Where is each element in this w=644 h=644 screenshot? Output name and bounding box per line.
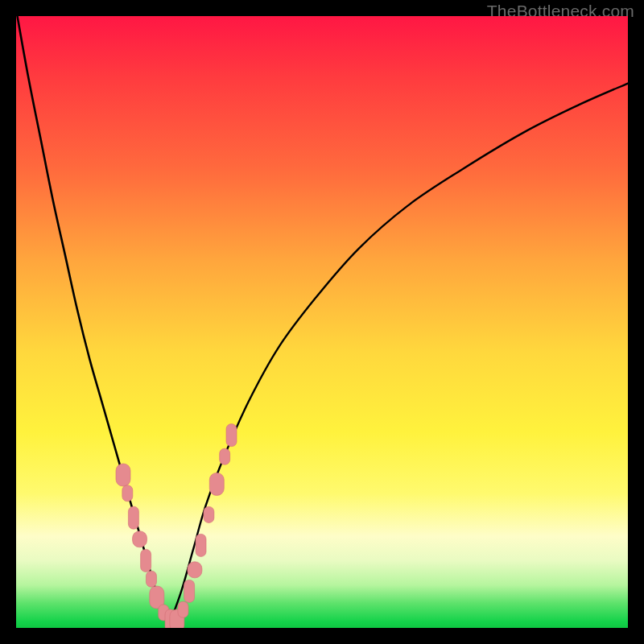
right-branch-marker (178, 601, 188, 617)
right-branch-marker (226, 424, 237, 447)
left-branch-marker (146, 571, 156, 587)
left-branch-marker (116, 464, 130, 486)
left-branch-marker (133, 531, 147, 547)
right-branch-marker (196, 534, 206, 556)
marker-layer (116, 424, 237, 628)
left-branch-marker (128, 506, 138, 529)
right-branch-marker (204, 506, 214, 522)
outer-frame: TheBottleneck.com (0, 0, 644, 644)
curve-left_branch (18, 16, 169, 625)
plot-area (16, 16, 628, 628)
curve-right_branch (169, 84, 628, 625)
right-branch-marker (220, 448, 230, 464)
left-branch-marker (141, 549, 151, 572)
chart-svg (16, 16, 628, 628)
left-branch-marker (122, 485, 133, 502)
right-branch-marker (188, 562, 202, 578)
curve-layer (18, 16, 628, 625)
right-branch-marker (184, 580, 195, 602)
right-branch-marker (209, 473, 224, 495)
